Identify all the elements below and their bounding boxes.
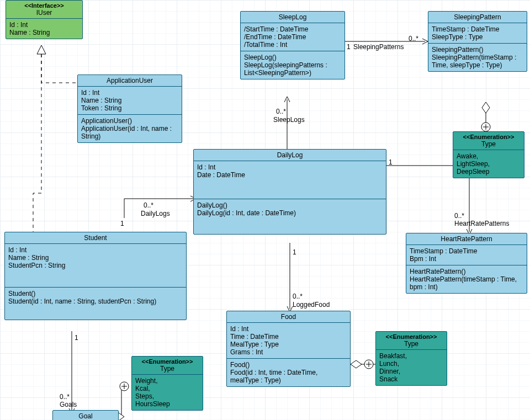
val: Steps, xyxy=(135,392,199,400)
Student-name: Student xyxy=(5,232,186,244)
val: LightSleep, xyxy=(457,160,521,168)
label-goal-role: Goals xyxy=(60,401,77,408)
label-hr-role: HeartRatePatterns xyxy=(454,220,509,227)
label-sp-one: 1 xyxy=(347,43,351,51)
enum-meal-type[interactable]: <<Enumeration>> Type Beakfast, Lunch, Di… xyxy=(375,331,447,386)
attr: Time : DateTime xyxy=(230,333,347,341)
val: Lunch, xyxy=(379,360,443,368)
val: Dinner, xyxy=(379,368,443,375)
label-dl-mult: 0..* xyxy=(144,201,153,209)
val: DeepSleep xyxy=(457,168,521,176)
IUser-name: IUser xyxy=(9,9,79,17)
attr: Bpm : Int xyxy=(410,255,523,263)
op: SleepLog(sleepingPatterns : List<Sleepin… xyxy=(244,61,341,77)
attr: TimeStamp : DateTime xyxy=(410,247,523,255)
class-Goal[interactable]: Goal xyxy=(52,410,119,420)
attr: Name : String xyxy=(8,254,183,262)
ApplicationUser-name: ApplicationUser xyxy=(78,75,182,87)
attr: Date : DateTime xyxy=(197,171,383,179)
attr: Name : String xyxy=(9,29,79,36)
IUser-stereo: <<Interface>> xyxy=(9,2,79,9)
val: Beakfast, xyxy=(379,352,443,360)
attr: Grams : Int xyxy=(230,348,347,356)
class-ApplicationUser[interactable]: ApplicationUser Id : Int Name : String T… xyxy=(77,75,182,143)
class-Food[interactable]: Food Id : Int Time : DateTime MealType :… xyxy=(226,311,351,387)
label-food-one: 1 xyxy=(293,248,296,256)
val: Snack xyxy=(379,375,443,383)
val: Kcal, xyxy=(135,385,199,392)
svg-point-2 xyxy=(481,123,490,131)
attr: Token : String xyxy=(81,104,178,112)
enum-goal-stereo: <<Enumeration>> xyxy=(135,358,199,365)
HeartRatePattern-name: HeartRatePattern xyxy=(406,233,527,245)
label-food-mult: 0..* xyxy=(293,293,303,300)
enum-meal-name: Type xyxy=(379,340,443,348)
attr: TimeStamp : DateTime xyxy=(432,25,523,33)
DailyLog-name: DailyLog xyxy=(194,150,386,161)
Goal-name: Goal xyxy=(53,411,118,420)
label-dl-role: DailyLogs xyxy=(141,210,170,217)
class-IUser[interactable]: <<Interface>> IUser Id : Int Name : Stri… xyxy=(6,0,83,39)
op: HeartRatePattern(timeStamp : Time, bpm :… xyxy=(410,275,523,291)
attr: Id : Int xyxy=(8,246,183,254)
op: ApplicationUser() xyxy=(81,117,178,125)
enum-goal-name: Type xyxy=(135,365,199,373)
attr: Id : Int xyxy=(9,21,79,29)
attr: /StartTime : DateTime xyxy=(244,25,341,33)
class-HeartRatePattern[interactable]: HeartRatePattern TimeStamp : DateTime Bp… xyxy=(406,233,527,294)
label-hr-one: 1 xyxy=(389,158,393,166)
op: SleepLog() xyxy=(244,54,341,61)
op: DailyLog() xyxy=(197,201,383,209)
val: Awake, xyxy=(457,152,521,160)
svg-marker-1 xyxy=(482,102,490,113)
label-goal-one: 1 xyxy=(75,334,78,342)
svg-point-6 xyxy=(364,360,373,369)
label-food-role: LoggedFood xyxy=(293,301,330,309)
attr: /EndTime : DateTime xyxy=(244,33,341,41)
class-SleepingPattern[interactable]: SleepingPattern TimeStamp : DateTime Sle… xyxy=(428,11,527,72)
attr: Name : String xyxy=(81,97,178,104)
svg-marker-0 xyxy=(37,45,46,54)
class-DailyLog[interactable]: DailyLog Id : Int Date : DateTime DailyL… xyxy=(193,149,386,235)
class-SleepLog[interactable]: SleepLog /StartTime : DateTime /EndTime … xyxy=(240,11,345,79)
op: SleepingPattern() xyxy=(432,46,523,54)
op: Student() xyxy=(8,290,183,297)
svg-marker-5 xyxy=(351,360,362,368)
op: SleepingPattern(timeStamp : Time, sleepT… xyxy=(432,54,523,69)
label-dl-one: 1 xyxy=(120,220,124,227)
label-sp-mult: 0..* xyxy=(409,35,418,42)
label-sleeplogs-mult: 0..* xyxy=(276,108,286,115)
enum-sleep-type[interactable]: <<Enumeration>> Type Awake, LightSleep, … xyxy=(453,131,524,178)
enum-sleep-name: Type xyxy=(457,140,521,148)
attr: MealType : Type xyxy=(230,341,347,348)
attr: Id : Int xyxy=(197,163,383,171)
attr: SleepType : Type xyxy=(432,33,523,41)
label-sp-role: SleepingPatterns xyxy=(353,43,404,51)
attr: /TotalTime : Int xyxy=(244,41,341,49)
op: HeartRatePattern() xyxy=(410,268,523,275)
svg-point-10 xyxy=(120,382,129,391)
op: Food(id : Int, time : DateTime, mealType… xyxy=(230,369,347,384)
label-hr-mult: 0..* xyxy=(454,212,464,220)
enum-meal-stereo: <<Enumeration>> xyxy=(379,333,443,340)
op: Food() xyxy=(230,361,347,369)
label-goal-mult: 0..* xyxy=(60,393,70,401)
op: ApplicationUser(id : Int, name : String) xyxy=(81,125,178,140)
SleepingPattern-name: SleepingPattern xyxy=(428,12,527,23)
attr: StudentPcn : String xyxy=(8,262,183,269)
Food-name: Food xyxy=(227,311,350,323)
op: Student(id : Int, name : String, student… xyxy=(8,297,183,305)
label-sleeplogs-role: SleepLogs xyxy=(273,116,305,124)
SleepLog-name: SleepLog xyxy=(241,12,344,23)
class-Student[interactable]: Student Id : Int Name : String StudentPc… xyxy=(4,232,187,320)
op: DailyLog(id : Int, date : DateTime) xyxy=(197,209,383,217)
enum-sleep-stereo: <<Enumeration>> xyxy=(457,134,521,140)
val: Weight, xyxy=(135,377,199,385)
attr: Id : Int xyxy=(230,325,347,333)
enum-goal-type[interactable]: <<Enumeration>> Type Weight, Kcal, Steps… xyxy=(131,356,203,411)
val: HoursSleep xyxy=(135,400,199,408)
attr: Id : Int xyxy=(81,89,178,97)
